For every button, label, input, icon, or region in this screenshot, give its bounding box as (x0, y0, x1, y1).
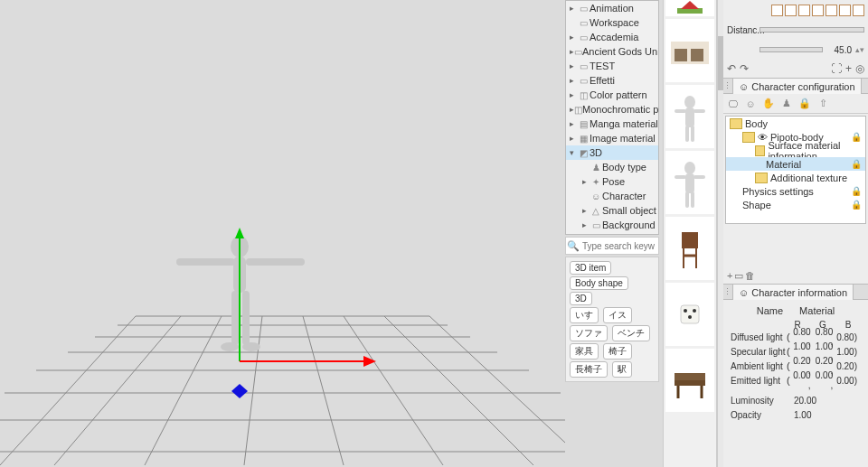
body-tree-row[interactable]: Shape🔒 (726, 198, 865, 211)
tab-character-info[interactable]: ☺Character information (732, 284, 854, 300)
tag[interactable]: 長椅子 (570, 361, 608, 378)
tree-item[interactable]: ▸▭Effetti (566, 73, 658, 88)
stepper-icon[interactable]: ▴▾ (855, 45, 864, 54)
body-tree-row[interactable]: Physics settings🔒 (726, 184, 865, 198)
tree-item[interactable]: ▸▭Ancient Gods Uni... (566, 44, 658, 59)
properties-panel: Distanc... 45.0 ▴▾ ↶ ↷ ⛶ + ◎ ⋮⋮ ☺Charact… (723, 0, 868, 467)
tree-item[interactable]: ▸▭TEST (566, 59, 658, 73)
trash-icon[interactable]: 🗑 (745, 270, 755, 281)
folder-icon (730, 118, 742, 129)
lock-icon[interactable]: 🔒 (851, 200, 862, 210)
tag[interactable]: いす (570, 307, 599, 323)
thumbnail[interactable] (665, 283, 714, 346)
folder-icon (755, 173, 768, 183)
tree-item[interactable]: ♟Body type (566, 160, 658, 174)
view-cube-icon[interactable] (812, 5, 824, 16)
distance-slider-2[interactable] (760, 47, 823, 52)
lock-icon[interactable]: 🔒 (796, 95, 814, 113)
hand-icon[interactable]: ✋ (760, 95, 778, 113)
tree-item[interactable]: ▸△Small object (566, 203, 658, 218)
tree-item[interactable]: ▸▭Accademia (566, 30, 658, 44)
search-box: 🔍 (565, 237, 659, 255)
svg-rect-35 (685, 107, 694, 127)
tree-item[interactable]: ▸✦Pose (566, 174, 658, 189)
grip-icon[interactable]: ⋮⋮ (723, 287, 732, 296)
bell-icon[interactable]: ♟ (778, 95, 796, 113)
svg-marker-27 (363, 356, 376, 367)
thumbnail[interactable] (665, 0, 714, 16)
thumbnail[interactable] (665, 151, 714, 214)
asset-tree-panel: ▸▭Animation ▭Workspace ▸▭Accademia ▸▭Anc… (565, 0, 659, 235)
svg-marker-25 (235, 228, 244, 238)
svg-rect-46 (682, 232, 698, 248)
tree-item[interactable]: ▸▭Background (566, 218, 658, 232)
lock-icon[interactable]: 🔒 (851, 186, 862, 196)
svg-line-14 (384, 316, 533, 465)
tag[interactable]: 3D (570, 292, 592, 305)
search-input[interactable] (580, 241, 655, 251)
thumbnail[interactable] (665, 85, 714, 148)
tag[interactable]: 3D item (570, 261, 611, 275)
tree-item[interactable]: ▸▤Manga material (566, 117, 658, 131)
tag[interactable]: イス (603, 307, 632, 323)
ghost-icon[interactable]: ☺ (741, 95, 760, 113)
view-cube-icon[interactable] (771, 5, 783, 16)
distance-slider[interactable] (760, 27, 864, 33)
svg-point-52 (693, 309, 696, 313)
svg-rect-33 (691, 49, 703, 61)
tag[interactable]: ベンチ (612, 325, 650, 341)
tag[interactable]: ソファ (570, 325, 608, 341)
body-tree-row-material[interactable]: Material🔒 (726, 157, 865, 171)
monitor-icon[interactable]: 🖵 (723, 95, 741, 113)
tree-item[interactable]: ▸▭Animation (566, 1, 658, 15)
body-tree-row[interactable]: Surface material information (726, 144, 865, 157)
thumbnail-scrollbar[interactable] (717, 0, 723, 467)
tree-item-3d[interactable]: ▾◩3D (566, 145, 658, 160)
redo-icon[interactable]: ↷ (740, 62, 749, 75)
svg-point-22 (221, 342, 239, 351)
tree-item[interactable]: ▸◫Monochromatic pa... (566, 102, 658, 117)
lock-icon[interactable]: 🔒 (851, 159, 862, 169)
grip-icon[interactable]: ⋮⋮ (723, 81, 732, 90)
col-b: B (835, 320, 861, 330)
body-tree-row[interactable]: Additional texture (726, 171, 865, 184)
add-icon[interactable]: + (845, 62, 852, 75)
viewport-3d[interactable] (0, 0, 565, 467)
view-cubes (723, 0, 868, 20)
tree-item[interactable]: ▸◫Color pattern (566, 88, 658, 102)
frame-icon[interactable]: ⛶ (831, 62, 842, 75)
view-cube-icon[interactable] (839, 5, 851, 16)
search-icon[interactable]: 🔍 (566, 240, 580, 252)
tree-item[interactable]: ☺Character (566, 189, 658, 203)
view-cube-icon[interactable] (853, 5, 864, 16)
view-cube-icon[interactable] (826, 5, 837, 16)
tab-character-config[interactable]: ☺Character configuration (732, 78, 862, 94)
thumbnail[interactable] (665, 349, 714, 412)
tag[interactable]: Body shape (570, 276, 628, 290)
thumbnail-list (663, 0, 717, 467)
view-cube-icon[interactable] (798, 5, 810, 16)
tag[interactable]: 家具 (570, 343, 599, 360)
thumbnail[interactable] (665, 217, 714, 280)
add-icon[interactable]: + (727, 270, 732, 281)
tree-item[interactable]: ▭Workspace (566, 15, 658, 30)
tag[interactable]: 椅子 (603, 343, 632, 360)
target-icon[interactable]: ◎ (855, 62, 864, 75)
svg-rect-55 (675, 373, 705, 380)
svg-rect-19 (246, 258, 305, 266)
layer-icon[interactable]: ▭ (734, 270, 743, 282)
body-tree: Body 👁Pipoto-body🔒 Surface material info… (725, 116, 866, 224)
view-cube-icon[interactable] (785, 5, 797, 16)
svg-rect-50 (681, 305, 699, 323)
thumbnail[interactable] (665, 19, 714, 82)
svg-line-15 (429, 316, 565, 443)
body-tree-row[interactable]: Body (726, 117, 865, 130)
svg-rect-36 (675, 109, 686, 113)
undo-icon[interactable]: ↶ (727, 62, 736, 75)
svg-line-8 (0, 316, 136, 465)
tree-item[interactable]: ▸▦Image material (566, 131, 658, 145)
tag[interactable]: 駅 (612, 361, 632, 378)
pose-icon[interactable]: ⇧ (814, 95, 832, 113)
svg-rect-42 (675, 175, 686, 179)
svg-rect-37 (693, 109, 705, 113)
